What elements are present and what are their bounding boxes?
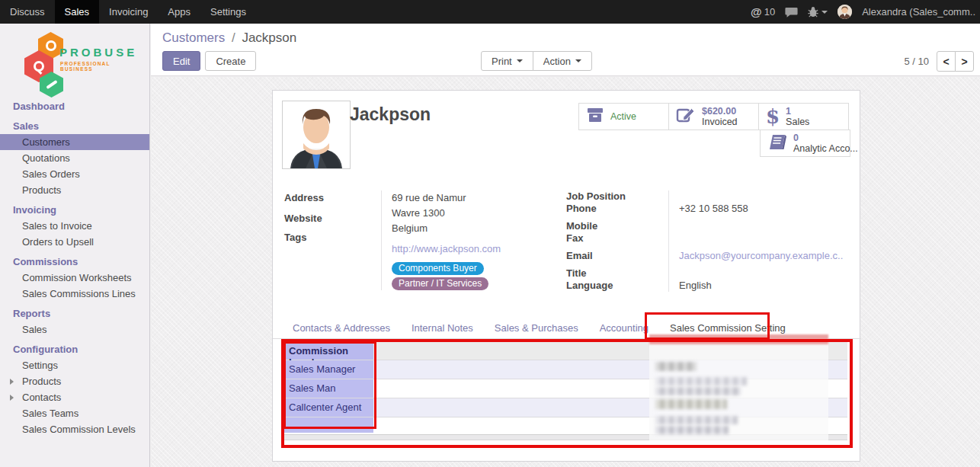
field-value-phone: +32 10 588 558 [679,203,850,215]
field-value-address: 69 rue de NamurWavre 1300Belgium [392,190,556,236]
stat-button-analytic-acco[interactable]: 0Analytic Acco... [760,130,850,157]
pager-counter: 5 / 10 [904,56,929,67]
sidebar-section-configuration[interactable]: Configuration [0,341,149,357]
sidebar-item-sales-commissions-lines[interactable]: Sales Commissions Lines [0,286,149,302]
probuse-logo: PROBUSE PROFESSIONAL BUSINESS [20,32,134,87]
tag-partner-it-services[interactable]: Partner / IT Services [392,277,488,290]
sidebar-item-orders-to-upsell[interactable]: Orders to Upsell [0,234,149,250]
sidebar-label: Invoicing [13,204,56,216]
stat-button-sales[interactable]: $1Sales [758,103,849,130]
create-button[interactable]: Create [205,51,256,71]
sidebar-item-customers[interactable]: Customers [0,134,149,150]
sidebar-item-sales-to-invoice[interactable]: Sales to Invoice [0,218,149,234]
user-menu[interactable]: Alexandra (Sales_comm.. [862,6,975,18]
expand-arrow-icon[interactable] [10,395,14,401]
sidebar-label: Sales Orders [22,168,80,180]
top-menu-apps[interactable]: Apps [158,0,200,24]
field-label-fax: Fax [566,232,668,245]
stat-value: $620.00 [702,106,738,117]
edit-button[interactable]: Edit [162,51,200,71]
top-menu-discuss[interactable]: Discuss [0,0,55,24]
next-record-button[interactable]: > [955,51,974,72]
sidebar-label: Sales to Invoice [22,220,92,232]
print-button[interactable]: Print [481,51,533,71]
sidebar-item-contacts[interactable]: Contacts [0,389,149,405]
sidebar-item-products[interactable]: Products [0,182,149,198]
field-link-email[interactable]: Jackpson@yourcompany.example.c.. [679,250,843,261]
sidebar-label: Sales Teams [22,408,78,419]
commission-level-cell [284,417,373,433]
breadcrumb-current: Jackpson [242,30,296,45]
sidebar-item-commission-worksheets[interactable]: Commission Worksheets [0,270,149,286]
sidebar-item-sales-teams[interactable]: Sales Teams [0,405,149,421]
sidebar-label: Reports [13,308,50,319]
debug-mode-icon[interactable] [808,6,828,18]
sidebar-item-sales-orders[interactable]: Sales Orders [0,166,149,182]
field-label-job-position: Job Position [566,190,668,203]
top-menu: DiscussSalesInvoicingAppsSettings [0,0,256,24]
dropdown-caret-icon [575,59,581,62]
sidebar-label: Sales Commission Levels [22,424,136,435]
previous-record-button[interactable]: < [937,51,956,72]
top-menu-sales[interactable]: Sales [55,0,100,24]
field-label-email: Email [566,250,668,262]
main-area: Customers / Jackpson Edit Create Print A… [151,24,980,467]
sidebar-section-invoicing[interactable]: Invoicing [0,201,149,218]
stat-value: 0 [793,133,858,143]
record-pager: 5 / 10 < > [904,51,974,72]
mention-count: 10 [764,6,775,18]
sidebar-item-products[interactable]: Products [0,373,149,389]
field-value-website[interactable]: http://www.jackpson.com [392,243,556,255]
redacted-column [649,334,828,440]
commission-level-cell: Sales Man [284,379,373,398]
field-text: +32 10 588 558 [679,203,748,214]
field-value-mobile [679,220,850,232]
logo-title: PROBUSE [59,46,137,59]
sidebar-section-sales[interactable]: Sales [0,117,149,134]
field-value-tags[interactable]: Components BuyerPartner / IT Services [392,262,556,290]
stat-value: 1 [786,106,809,117]
stat-text: 1Sales [786,106,809,127]
messages-icon[interactable] [785,7,798,18]
sidebar-label: Orders to Upsell [22,236,94,248]
field-group-right: Job PositionPhoneMobileFaxEmailTitleLang… [566,190,850,292]
breadcrumb-customers-link[interactable]: Customers [162,30,225,45]
mentions-counter[interactable]: @ 10 [751,5,775,18]
sidebar-item-quotations[interactable]: Quotations [0,150,149,166]
field-group-left: AddressWebsiteTags 69 rue de NamurWavre … [284,190,556,290]
field-value-email[interactable]: Jackpson@yourcompany.example.c.. [679,250,850,262]
user-avatar[interactable] [837,5,852,19]
action-button[interactable]: Action [533,51,592,71]
stat-label: Active [610,111,636,122]
sidebar-section-reports[interactable]: Reports [0,305,149,321]
expand-arrow-icon[interactable] [10,379,14,385]
field-link-website[interactable]: http://www.jackpson.com [392,243,501,254]
sidebar-item-settings[interactable]: Settings [0,357,149,373]
sidebar-label: Commission Worksheets [22,272,132,283]
field-label-phone: Phone [566,203,668,215]
sidebar-section-dashboard[interactable]: Dashboard [0,98,149,114]
sidebar-item-sales[interactable]: Sales [0,321,149,337]
sidebar-menu: DashboardSalesCustomersQuotationsSales O… [0,98,149,437]
customer-photo[interactable] [282,101,351,169]
sidebar-item-sales-commission-levels[interactable]: Sales Commission Levels [0,421,149,437]
archive-icon [586,107,604,126]
stat-button-active[interactable]: Active [578,103,669,130]
address-line: 69 rue de Namur [392,190,556,206]
redacted-block [655,416,738,424]
customer-form-sheet: Jackpson Active$620.00Invoiced$1Sales 0A… [272,90,860,462]
book-icon [767,133,787,154]
sidebar-section-commissions[interactable]: Commissions [0,253,149,270]
tab-contacts-addresses[interactable]: Contacts & Addresses [282,319,401,338]
tag-components-buyer[interactable]: Components Buyer [392,262,484,275]
stat-text: $620.00Invoiced [702,106,738,127]
stat-label: Analytic Acco... [793,143,858,154]
tab-sales-purchases[interactable]: Sales & Purchases [484,319,589,338]
tab-internal-notes[interactable]: Internal Notes [401,319,484,338]
top-menu-invoicing[interactable]: Invoicing [99,0,158,24]
sidebar-label: Configuration [13,344,78,355]
field-label-title: Title [566,267,668,280]
stat-button-invoiced[interactable]: $620.00Invoiced [668,103,759,130]
breadcrumb: Customers / Jackpson [162,30,296,46]
top-menu-settings[interactable]: Settings [200,0,256,24]
